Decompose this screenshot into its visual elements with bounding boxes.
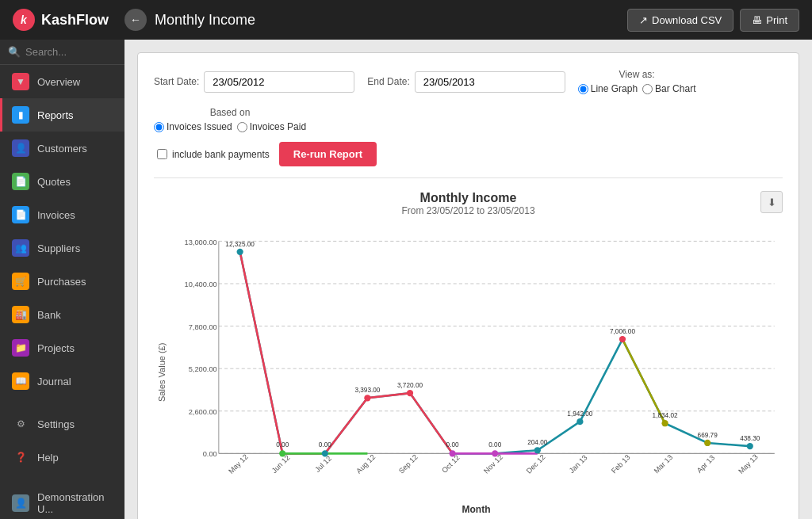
- view-as-group: View as: Line Graph Bar Chart: [578, 69, 696, 94]
- sidebar-item-demo[interactable]: 👤 Demonstration U...: [0, 483, 124, 519]
- sidebar-item-purchases[interactable]: 🛒 Purchases: [0, 265, 124, 298]
- invoices-paid-radio[interactable]: [237, 122, 247, 132]
- chart-wrapper: Sales Value (£) 0.00 2,600.: [154, 229, 783, 515]
- bar-chart-option[interactable]: Bar Chart: [642, 83, 695, 94]
- invoices-paid-option[interactable]: Invoices Paid: [237, 121, 306, 132]
- svg-text:Jan 13: Jan 13: [568, 453, 589, 475]
- end-date-group: End Date:: [367, 71, 565, 93]
- svg-text:7,800.00: 7,800.00: [189, 323, 217, 331]
- svg-text:438.30: 438.30: [740, 435, 760, 442]
- svg-text:12,325.00: 12,325.00: [225, 241, 255, 248]
- svg-point-19: [364, 395, 370, 401]
- svg-text:10,400.00: 10,400.00: [185, 280, 217, 288]
- svg-text:1,834.02: 1,834.02: [653, 412, 678, 419]
- demo-icon: 👤: [12, 494, 29, 512]
- svg-text:3,393.00: 3,393.00: [354, 387, 380, 394]
- purchases-icon: 🛒: [12, 273, 29, 290]
- svg-text:2,600.00: 2,600.00: [189, 408, 217, 416]
- invoices-issued-radio[interactable]: [154, 122, 164, 132]
- x-axis-label: Month: [170, 504, 783, 515]
- customers-icon: 👤: [12, 139, 29, 157]
- sidebar-item-help[interactable]: ❓ Help: [0, 441, 124, 474]
- svg-text:1,942.00: 1,942.00: [567, 410, 592, 418]
- svg-text:Aug 12: Aug 12: [354, 453, 377, 475]
- download-csv-button[interactable]: ↗ Download CSV: [627, 9, 733, 32]
- svg-text:13,000.00: 13,000.00: [185, 239, 217, 246]
- sidebar-item-customers[interactable]: 👤 Customers: [0, 132, 124, 165]
- invoices-icon: 📄: [12, 206, 29, 223]
- chart-subtitle: From 23/05/2012 to 23/05/2013: [154, 205, 783, 216]
- bank-icon: 🏭: [12, 306, 29, 323]
- report-card: Start Date: End Date: View as: Line Grap…: [137, 52, 799, 519]
- journal-icon: 📖: [12, 372, 29, 390]
- sidebar-item-quotes[interactable]: 📄 Quotes: [0, 165, 124, 198]
- svg-text:Jun 12: Jun 12: [270, 453, 292, 475]
- sidebar-item-bank[interactable]: 🏭 Bank: [0, 298, 124, 331]
- app-logo: k KashFlow: [13, 9, 109, 31]
- sidebar-item-overview[interactable]: ▼ Overview: [0, 65, 124, 98]
- svg-point-25: [619, 336, 626, 342]
- topbar-actions: ↗ Download CSV 🖶 Print: [627, 9, 799, 32]
- invoices-issued-option[interactable]: Invoices Issued: [154, 121, 232, 132]
- svg-text:5,200.00: 5,200.00: [189, 365, 217, 373]
- bar-chart-radio[interactable]: [642, 84, 653, 94]
- line-graph-option[interactable]: Line Graph: [578, 83, 638, 94]
- sidebar-item-journal[interactable]: 📖 Journal: [0, 364, 124, 398]
- back-button[interactable]: ←: [124, 9, 147, 31]
- svg-text:0.00: 0.00: [319, 441, 331, 448]
- svg-point-20: [407, 390, 413, 396]
- print-button[interactable]: 🖶 Print: [740, 9, 799, 32]
- svg-text:Dec 12: Dec 12: [525, 453, 547, 475]
- svg-point-16: [237, 249, 243, 255]
- svg-text:Oct 12: Oct 12: [440, 454, 461, 475]
- quotes-icon: 📄: [12, 173, 29, 190]
- svg-point-27: [704, 440, 710, 446]
- svg-text:669.79: 669.79: [698, 432, 718, 439]
- download-icon: ↗: [639, 14, 648, 26]
- sidebar-item-invoices[interactable]: 📄 Invoices: [0, 198, 124, 231]
- search-icon: 🔍: [8, 46, 21, 58]
- svg-text:Nov 12: Nov 12: [482, 453, 504, 475]
- svg-text:0.00: 0.00: [488, 441, 501, 448]
- start-date-label: Start Date:: [154, 76, 199, 87]
- svg-text:7,006.00: 7,006.00: [610, 328, 635, 335]
- svg-text:May 12: May 12: [227, 452, 250, 475]
- help-icon: ❓: [12, 448, 29, 466]
- overview-icon: ▼: [12, 73, 29, 90]
- line-graph-radio[interactable]: [578, 84, 588, 94]
- sidebar-item-settings[interactable]: ⚙ Settings: [0, 407, 124, 441]
- search-area[interactable]: 🔍: [0, 40, 124, 65]
- svg-text:Mar 13: Mar 13: [653, 453, 674, 475]
- start-date-input[interactable]: [204, 71, 354, 93]
- topbar: k KashFlow ← Monthly Income ↗ Download C…: [0, 0, 812, 40]
- print-icon: 🖶: [752, 14, 762, 26]
- sidebar: 🔍 ▼ Overview ▮ Reports 👤 Customers 📄 Quo…: [0, 40, 124, 519]
- svg-text:Sep 12: Sep 12: [397, 453, 419, 475]
- settings-icon: ⚙: [12, 415, 29, 433]
- end-date-label: End Date:: [367, 76, 409, 87]
- sidebar-item-reports[interactable]: ▮ Reports: [0, 98, 124, 132]
- search-input[interactable]: [25, 46, 117, 58]
- start-date-group: Start Date:: [154, 71, 354, 93]
- svg-text:0.00: 0.00: [446, 441, 459, 448]
- view-as-radios: Line Graph Bar Chart: [578, 83, 696, 94]
- svg-text:Apr 13: Apr 13: [695, 454, 716, 475]
- end-date-input[interactable]: [415, 71, 565, 93]
- sidebar-item-projects[interactable]: 📁 Projects: [0, 331, 124, 364]
- filters-row: Start Date: End Date: View as: Line Grap…: [154, 69, 783, 132]
- svg-text:Jul 12: Jul 12: [313, 454, 333, 474]
- svg-text:0.00: 0.00: [276, 441, 289, 448]
- include-bank-checkbox[interactable]: [157, 149, 167, 159]
- page-title: Monthly Income: [155, 12, 627, 29]
- svg-point-24: [576, 418, 583, 425]
- chart-title: Monthly Income: [154, 191, 783, 205]
- include-bank-label: include bank payments: [172, 149, 270, 160]
- rerun-button[interactable]: Re-run Report: [279, 142, 377, 166]
- download-chart-button[interactable]: ⬇: [760, 191, 783, 213]
- chart-svg-area: 0.00 2,600.00 5,200.00 7,800.00 10,400.0…: [170, 229, 783, 515]
- sidebar-item-suppliers[interactable]: 👥 Suppliers: [0, 231, 124, 265]
- main-content: Start Date: End Date: View as: Line Grap…: [124, 40, 812, 519]
- svg-text:May 13: May 13: [737, 452, 760, 475]
- based-on-group: Based on Invoices Issued Invoices Paid: [154, 107, 306, 132]
- based-on-radios: Invoices Issued Invoices Paid: [154, 121, 306, 132]
